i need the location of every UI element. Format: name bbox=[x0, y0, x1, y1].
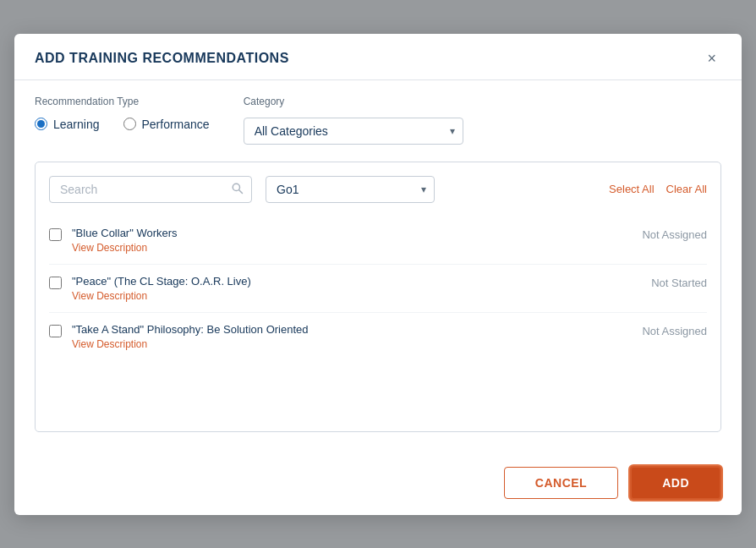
modal-title: ADD TRAINING RECOMMENDATIONS bbox=[35, 51, 289, 66]
item-content-2: "Take A Stand" Philosophy: Be Solution O… bbox=[72, 323, 604, 350]
category-select-wrapper: All Categories Technical Soft Skills Lea… bbox=[244, 118, 463, 145]
radio-group: Learning Performance bbox=[35, 118, 210, 131]
modal-header: ADD TRAINING RECOMMENDATIONS × bbox=[14, 34, 742, 80]
item-content-1: "Peace" (The CL Stage: O.A.R. Live) View… bbox=[72, 275, 604, 302]
radio-performance-input[interactable] bbox=[123, 118, 136, 130]
add-button[interactable]: ADD bbox=[630, 466, 721, 500]
item-status-0: Not Assigned bbox=[614, 227, 707, 241]
radio-learning[interactable]: Learning bbox=[35, 118, 100, 131]
list-items: "Blue Collar" Workers View Description N… bbox=[49, 216, 707, 360]
category-label: Category bbox=[244, 96, 463, 107]
recommendation-type-label: Recommendation Type bbox=[35, 96, 210, 107]
item-title-0: "Blue Collar" Workers bbox=[72, 227, 604, 239]
toolbar-actions: Select All Clear All bbox=[609, 183, 707, 195]
list-container: Go1 All Sources Internal ▾ Select All Cl… bbox=[35, 162, 721, 432]
radio-learning-label: Learning bbox=[53, 118, 100, 131]
item-view-description-1[interactable]: View Description bbox=[72, 290, 604, 302]
filter-select[interactable]: Go1 All Sources Internal bbox=[266, 176, 435, 203]
category-group: Category All Categories Technical Soft S… bbox=[244, 96, 463, 145]
item-title-1: "Peace" (The CL Stage: O.A.R. Live) bbox=[72, 275, 604, 288]
clear-all-button[interactable]: Clear All bbox=[666, 183, 707, 195]
modal-overlay: ADD TRAINING RECOMMENDATIONS × Recommend… bbox=[0, 0, 756, 548]
item-checkbox-1[interactable] bbox=[49, 277, 62, 289]
item-view-description-0[interactable]: View Description bbox=[72, 242, 604, 254]
item-status-2: Not Assigned bbox=[614, 323, 707, 337]
list-item: "Peace" (The CL Stage: O.A.R. Live) View… bbox=[49, 265, 707, 313]
select-all-button[interactable]: Select All bbox=[609, 183, 654, 195]
modal-body: Recommendation Type Learning Performance bbox=[14, 80, 742, 454]
search-wrapper bbox=[49, 176, 252, 203]
item-checkbox-0[interactable] bbox=[49, 228, 62, 241]
list-toolbar: Go1 All Sources Internal ▾ Select All Cl… bbox=[49, 176, 707, 203]
item-checkbox-2[interactable] bbox=[49, 325, 62, 337]
item-view-description-2[interactable]: View Description bbox=[72, 338, 604, 350]
item-status-1: Not Started bbox=[614, 275, 707, 289]
close-button[interactable]: × bbox=[702, 49, 721, 68]
recommendation-type-group: Recommendation Type Learning Performance bbox=[35, 96, 210, 131]
search-input[interactable] bbox=[49, 176, 252, 203]
modal-footer: CANCEL ADD bbox=[14, 454, 742, 515]
item-content-0: "Blue Collar" Workers View Description bbox=[72, 227, 604, 254]
modal-dialog: ADD TRAINING RECOMMENDATIONS × Recommend… bbox=[14, 34, 742, 515]
category-select[interactable]: All Categories Technical Soft Skills Lea… bbox=[244, 118, 463, 145]
cancel-button[interactable]: CANCEL bbox=[504, 467, 618, 499]
item-title-2: "Take A Stand" Philosophy: Be Solution O… bbox=[72, 323, 604, 336]
list-item: "Take A Stand" Philosophy: Be Solution O… bbox=[49, 313, 707, 360]
form-top-row: Recommendation Type Learning Performance bbox=[35, 96, 721, 145]
radio-learning-input[interactable] bbox=[35, 118, 47, 130]
filter-select-wrapper: Go1 All Sources Internal ▾ bbox=[266, 176, 435, 203]
radio-performance-label: Performance bbox=[142, 118, 210, 131]
radio-performance[interactable]: Performance bbox=[123, 118, 210, 131]
list-item: "Blue Collar" Workers View Description N… bbox=[49, 216, 707, 265]
